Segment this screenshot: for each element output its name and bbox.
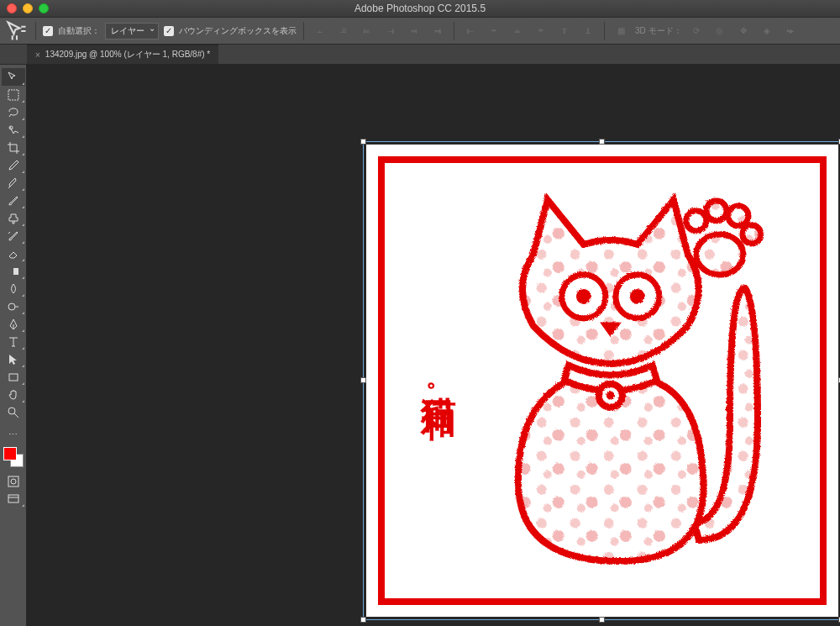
- transform-handle-n[interactable]: [599, 139, 605, 145]
- eyedropper-tool[interactable]: [2, 156, 25, 174]
- svg-rect-9: [8, 495, 18, 502]
- history-brush-tool[interactable]: [2, 227, 25, 245]
- align-right-icon[interactable]: ⫢: [358, 22, 376, 40]
- auto-align-icon[interactable]: ▦: [612, 22, 630, 40]
- svg-rect-0: [8, 90, 18, 100]
- auto-select-checkbox[interactable]: ✓: [43, 26, 53, 36]
- zoom-tool[interactable]: [2, 403, 25, 421]
- align-left-icon[interactable]: ⫠: [311, 22, 329, 40]
- mode3d-zoom-icon[interactable]: ▪▸: [781, 22, 800, 40]
- eraser-tool[interactable]: [2, 245, 25, 262]
- transform-bounding-box[interactable]: [363, 141, 840, 620]
- document-tab-bar: × 134209.jpg @ 100% (レイヤー 1, RGB/8#) *: [0, 45, 840, 65]
- align-hcenter-icon[interactable]: ⫡: [334, 22, 353, 40]
- quick-mask-icon[interactable]: [2, 472, 25, 490]
- transform-handle-nw[interactable]: [360, 139, 366, 145]
- auto-select-dropdown[interactable]: レイヤー: [105, 23, 159, 39]
- svg-rect-7: [8, 476, 18, 487]
- options-bar: ✓ 自動選択： レイヤー ✓ バウンディングボックスを表示 ⫠ ⫡ ⫢ ⫣ ⫤ …: [0, 18, 840, 45]
- document-tab[interactable]: × 134209.jpg @ 100% (レイヤー 1, RGB/8#) *: [27, 45, 218, 64]
- color-swatches[interactable]: [3, 447, 24, 467]
- rectangle-tool[interactable]: [2, 368, 25, 386]
- canvas-area[interactable]: 猫日和。: [27, 65, 840, 626]
- distribute-left-icon[interactable]: ⫩: [532, 22, 550, 40]
- mode3d-roll-icon[interactable]: ◎: [711, 22, 729, 40]
- transform-handle-s[interactable]: [599, 617, 605, 623]
- app-title: Adobe Photoshop CC 2015.5: [0, 3, 840, 14]
- clone-stamp-tool[interactable]: [2, 209, 25, 227]
- move-tool[interactable]: [2, 68, 25, 86]
- show-bbox-label: バウンディングボックスを表示: [179, 25, 297, 37]
- distribute-vcenter-icon[interactable]: ⫧: [485, 22, 503, 40]
- dodge-tool[interactable]: [2, 297, 25, 315]
- distribute-bottom-icon[interactable]: ⫨: [508, 22, 527, 40]
- healing-brush-tool[interactable]: [2, 174, 25, 192]
- blur-tool[interactable]: [2, 280, 25, 297]
- current-tool-icon[interactable]: [5, 22, 29, 40]
- distribute-top-icon[interactable]: ⫦: [461, 22, 480, 40]
- separator: [604, 22, 605, 40]
- type-tool[interactable]: [2, 333, 25, 350]
- show-bbox-checkbox[interactable]: ✓: [164, 26, 174, 36]
- auto-select-label: 自動選択：: [58, 25, 100, 37]
- separator: [303, 22, 304, 40]
- main-area: ⋯: [0, 65, 840, 626]
- align-bottom-icon[interactable]: ⫥: [428, 22, 447, 40]
- pen-tool[interactable]: [2, 315, 25, 333]
- close-tab-icon[interactable]: ×: [35, 50, 40, 60]
- distribute-right-icon[interactable]: ⫫: [579, 22, 597, 40]
- svg-rect-3: [8, 268, 13, 275]
- lasso-tool[interactable]: [2, 103, 25, 121]
- mode3d-label: 3D モード：: [635, 25, 682, 37]
- screen-mode-icon[interactable]: [2, 490, 25, 508]
- edit-toolbar-icon[interactable]: ⋯: [2, 426, 25, 444]
- align-vcenter-icon[interactable]: ⫤: [405, 22, 423, 40]
- transform-handle-w[interactable]: [360, 377, 366, 383]
- align-top-icon[interactable]: ⫣: [381, 22, 400, 40]
- svg-point-6: [8, 408, 15, 414]
- separator: [35, 22, 36, 40]
- tab-title: 134209.jpg @ 100% (レイヤー 1, RGB/8#) *: [45, 49, 210, 60]
- foreground-swatch[interactable]: [3, 447, 17, 460]
- svg-point-8: [11, 479, 16, 484]
- mode3d-slide-icon[interactable]: ◈: [758, 22, 776, 40]
- gradient-tool[interactable]: [2, 262, 25, 280]
- separator: [454, 22, 454, 40]
- svg-point-4: [8, 303, 15, 310]
- hand-tool[interactable]: [2, 386, 25, 403]
- mode3d-pan-icon[interactable]: ✥: [734, 22, 753, 40]
- transform-handle-sw[interactable]: [360, 617, 366, 623]
- distribute-hcenter-icon[interactable]: ⫪: [555, 22, 574, 40]
- path-select-tool[interactable]: [2, 350, 25, 368]
- crop-tool[interactable]: [2, 139, 25, 156]
- titlebar: Adobe Photoshop CC 2015.5: [0, 0, 840, 18]
- marquee-tool[interactable]: [2, 86, 25, 103]
- brush-tool[interactable]: [2, 192, 25, 209]
- quick-select-tool[interactable]: [2, 121, 25, 139]
- mode3d-orbit-icon[interactable]: ⟳: [687, 22, 706, 40]
- svg-rect-5: [9, 374, 18, 381]
- tool-sidebar: ⋯: [0, 65, 27, 626]
